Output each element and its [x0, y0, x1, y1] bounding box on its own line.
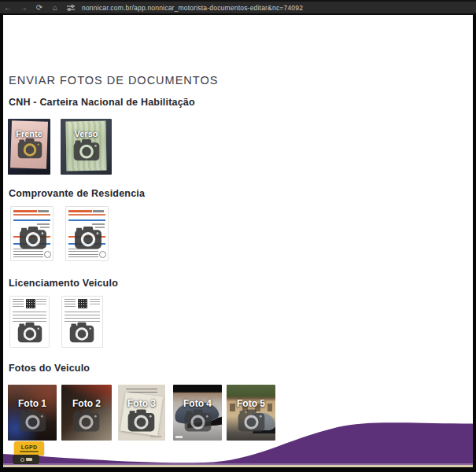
- camera-icon: [73, 138, 100, 161]
- doc-header-line: [13, 210, 37, 212]
- site-info-icon[interactable]: [63, 5, 79, 11]
- camera-icon: [17, 138, 42, 159]
- camera-icon: [74, 226, 102, 249]
- upload-thumb-foto-5[interactable]: Foto 5: [227, 385, 275, 441]
- camera-icon: [19, 226, 47, 249]
- camera-icon: [69, 322, 94, 343]
- upload-thumb-cnh-verso[interactable]: Verso: [61, 119, 112, 175]
- doc-text-line: [38, 210, 49, 212]
- back-icon[interactable]: ←: [0, 4, 16, 12]
- doc-text-block: [90, 299, 100, 307]
- section-title-cnh: CNH - Carteira Nacional de Habilitação: [9, 97, 195, 108]
- doc-text-block: [65, 299, 76, 308]
- upload-thumb-comprovante-2[interactable]: [65, 206, 109, 261]
- browser-toolbar: ← → ⟳ ⌂ nonnicar.com.br/app.nonnicar_mot…: [0, 0, 476, 13]
- camera-icon: [127, 408, 155, 433]
- doc-text-block: [36, 299, 46, 307]
- camera-icon: [17, 322, 42, 343]
- upload-thumb-foto-3[interactable]: Foto 3: [118, 385, 165, 441]
- address-bar-url[interactable]: nonnicar.com.br/app.nonnicar_motorista-d…: [82, 4, 303, 12]
- camera-icon: [238, 408, 265, 433]
- doc-stamp: [99, 251, 106, 258]
- upload-thumb-licenciamento-2[interactable]: [61, 296, 103, 348]
- lgpd-label: LGPD: [21, 444, 38, 450]
- lgpd-mini-text: [26, 458, 32, 461]
- upload-thumb-foto-1[interactable]: Foto 1: [8, 385, 57, 441]
- lgpd-seal[interactable]: LGPD: [14, 441, 44, 455]
- doc-text-line: [92, 223, 105, 225]
- camera-icon: [72, 408, 100, 433]
- doc-rule-line: [13, 214, 50, 216]
- lgpd-subtitle-bar: [20, 451, 39, 452]
- shield-icon: [20, 458, 24, 462]
- section-title-licenciamento: Licenciamento Veiculo: [9, 278, 118, 289]
- doc-rule-line: [13, 219, 50, 221]
- lgpd-badge: LGPD: [14, 441, 44, 455]
- qr-code: [78, 299, 87, 308]
- upload-thumb-cnh-frente[interactable]: Frente: [8, 119, 50, 175]
- camera-icon: [19, 408, 46, 433]
- section-title-fotos-veiculo: Fotos do Veiculo: [9, 363, 90, 374]
- doc-header-line: [68, 210, 92, 212]
- footer-beige-line: [3, 465, 473, 467]
- upload-thumb-foto-4[interactable]: Foto 4: [173, 385, 222, 441]
- doc-rule-line: [68, 214, 105, 216]
- doc-text-line: [150, 436, 161, 437]
- doc-text-block: [13, 299, 24, 308]
- doc-rule-line: [68, 219, 105, 221]
- doc-stamp: [44, 251, 51, 258]
- doc-text-line: [93, 210, 104, 212]
- doc-text-block: [13, 249, 43, 258]
- forward-icon[interactable]: →: [16, 4, 31, 12]
- lgpd-sub-badge: [13, 455, 39, 464]
- camera-icon: [184, 408, 212, 433]
- upload-thumb-comprovante-1[interactable]: [10, 206, 54, 261]
- upload-thumb-licenciamento-1[interactable]: [9, 296, 50, 348]
- thumb-label: Foto 1: [8, 398, 57, 409]
- upload-thumb-foto-2[interactable]: Foto 2: [61, 385, 112, 441]
- qr-code: [26, 299, 35, 308]
- doc-text-block: [68, 249, 98, 258]
- section-title-comprovante: Comprovante de Residencia: [9, 188, 145, 199]
- page-title: ENVIAR FOTOS DE DOCUMENTOS: [9, 74, 218, 87]
- refresh-icon[interactable]: ⟳: [31, 4, 47, 12]
- photo-caption: [175, 436, 183, 438]
- thumb-label: Foto 2: [61, 398, 112, 409]
- doc-text-line: [37, 223, 50, 225]
- home-icon[interactable]: ⌂: [47, 4, 63, 12]
